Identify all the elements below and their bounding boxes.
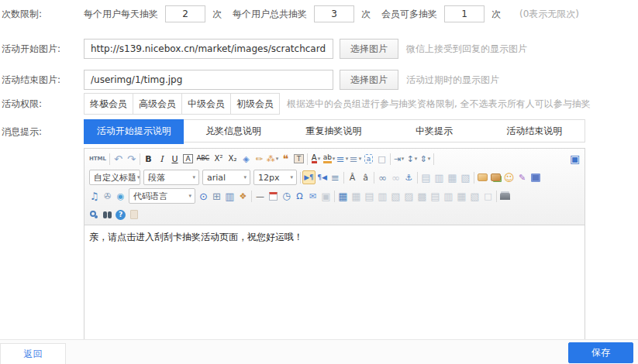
merge-right-icon[interactable]: ▧	[389, 189, 402, 203]
member-option-senior[interactable]: 高级会员	[133, 93, 182, 115]
font-color-icon[interactable]: A▾	[309, 152, 322, 166]
insert-date-icon[interactable]	[267, 189, 280, 203]
tab-repeat-draw[interactable]: 重复抽奖说明	[284, 120, 384, 142]
clear-doc-icon[interactable]: □	[375, 152, 388, 166]
start-image-input[interactable]	[84, 39, 333, 59]
help-icon[interactable]: ?	[114, 208, 127, 221]
rtl-paragraph-icon[interactable]: ¶◀	[316, 170, 329, 184]
source-code-button[interactable]: HTML	[88, 152, 108, 166]
emoticon-icon[interactable]: ☺	[502, 170, 516, 184]
underline-icon[interactable]: U	[168, 152, 181, 166]
insert-table-icon[interactable]: ▦	[336, 189, 350, 203]
uppercase-icon[interactable]: Â	[346, 170, 359, 184]
subscript-icon[interactable]: X₂	[226, 152, 240, 166]
line-spacing-icon[interactable]: ↕▾	[405, 152, 419, 166]
insert-time-icon[interactable]: ◷	[280, 189, 293, 203]
paste-plain-icon[interactable]: T	[292, 152, 305, 166]
italic-icon[interactable]: I	[155, 152, 168, 166]
unlink-icon[interactable]: ∞	[389, 170, 402, 184]
member-option-junior[interactable]: 初级会员	[230, 93, 280, 115]
columns-icon[interactable]: ▥	[223, 189, 236, 203]
image-align-center-icon-glyph: ▧	[460, 173, 470, 183]
insert-col-icon[interactable]: ▤	[429, 189, 442, 203]
custom-title-select[interactable]: 自定义标题▾	[89, 170, 140, 185]
auto-typeset-icon[interactable]: ⁂▾	[266, 152, 279, 166]
insert-image-icon[interactable]	[476, 170, 489, 184]
map-icon[interactable]: ◉	[114, 189, 127, 203]
insert-code-icon[interactable]: ⊙	[197, 189, 210, 203]
superscript-icon-glyph: X²	[212, 155, 226, 163]
tab-win-tip[interactable]: 中奖提示	[384, 120, 484, 142]
music-icon[interactable]: ♫	[88, 189, 101, 203]
print-icon[interactable]	[498, 189, 512, 203]
tab-activity-end[interactable]: 活动结束说明	[485, 120, 585, 142]
font-family-select[interactable]: arial▾	[202, 170, 250, 185]
page-break-icon[interactable]: □	[481, 189, 495, 203]
special-chars-icon[interactable]: Ω	[293, 189, 306, 203]
redo-icon[interactable]: ↷	[125, 152, 138, 166]
insert-video-icon[interactable]	[529, 170, 542, 184]
online-image-icon[interactable]	[489, 170, 502, 184]
attachment-icon[interactable]: ✇	[101, 189, 114, 203]
template-icon[interactable]: ▣	[319, 189, 333, 203]
ltr-paragraph-icon[interactable]: ▶¶	[302, 170, 316, 184]
back-button[interactable]: 返回	[0, 343, 66, 364]
undo-icon[interactable]: ↶	[112, 152, 125, 166]
total-input[interactable]	[314, 5, 354, 22]
char-border-icon[interactable]: A	[181, 152, 195, 166]
merge-down-icon[interactable]: ▨	[402, 189, 416, 203]
lowercase-icon[interactable]: â	[359, 170, 372, 184]
image-align-left-icon[interactable]: ▤	[419, 170, 433, 184]
superscript-icon[interactable]: X²	[212, 152, 226, 166]
tab-redeem-info[interactable]: 兑奖信息说明	[183, 120, 283, 142]
indent-icon[interactable]: ⇥▾	[392, 152, 405, 166]
strikethrough-icon[interactable]: ABC	[195, 152, 212, 166]
code-snippet-icon[interactable]: ⊞	[210, 189, 223, 203]
bookmark-anchor-icon[interactable]: ⚓	[402, 170, 416, 184]
format-painter-icon[interactable]: ✏	[253, 152, 266, 166]
paragraph-spacing-icon[interactable]: ⇕▾	[419, 152, 432, 166]
end-image-pick-button[interactable]: 选择图片	[340, 70, 398, 90]
search-replace-icon[interactable]	[101, 208, 114, 221]
save-button[interactable]: 保存	[568, 342, 633, 363]
scrawl-icon[interactable]: ✎	[516, 170, 529, 184]
tab-activity-start-tip[interactable]: 活动开始提示说明	[84, 119, 184, 144]
unordered-list-icon[interactable]: ≡▾	[349, 152, 362, 166]
end-image-input[interactable]	[84, 70, 333, 90]
horizontal-rule-icon[interactable]: —	[253, 189, 267, 203]
background-color-icon[interactable]: ❖	[236, 189, 250, 203]
preview-icon[interactable]	[88, 208, 101, 221]
start-image-pick-button[interactable]: 选择图片	[340, 39, 398, 59]
bold-icon[interactable]: B	[142, 152, 155, 166]
highlight-color-icon[interactable]: ab▾	[322, 152, 336, 166]
message-icon[interactable]: ✉	[306, 189, 319, 203]
link-icon[interactable]: ∞	[376, 170, 389, 184]
per-day-input[interactable]	[165, 5, 205, 22]
paste-icon[interactable]	[127, 208, 140, 221]
image-align-center-icon[interactable]: ▧	[459, 170, 472, 184]
merge-cells-icon-glyph: ▧	[470, 191, 479, 201]
delete-table-icon[interactable]: ▦	[350, 189, 363, 203]
member-option-ultimate[interactable]: 终极会员	[84, 93, 133, 115]
toolbar-separator	[300, 172, 301, 184]
remove-format-icon[interactable]: ◈	[240, 152, 253, 166]
delete-col-icon[interactable]: ▦	[455, 189, 468, 203]
member-extra-input[interactable]	[444, 5, 485, 22]
table-caption-icon[interactable]: ▤	[363, 189, 376, 203]
fullscreen-icon[interactable]: ▣	[568, 152, 581, 166]
merge-cells-icon[interactable]: ▧	[468, 189, 481, 203]
image-inline-icon[interactable]: ▥	[433, 170, 446, 184]
ordered-list-icon[interactable]: ≡▾	[336, 152, 349, 166]
editor-content-area[interactable]: 亲，请点击进入刮刮卡抽奖活动页面，祝您好运哦！	[84, 225, 585, 339]
paragraph-select[interactable]: 段落▾	[143, 170, 199, 185]
code-language-select[interactable]: 代码语言▾	[129, 188, 195, 204]
insert-row-icon[interactable]: ▩	[416, 189, 429, 203]
blockquote-icon[interactable]: ❝	[279, 152, 292, 166]
anchor-icon[interactable]: a	[362, 152, 375, 166]
first-line-indent-icon[interactable]: ≡	[329, 170, 342, 184]
delete-row-icon[interactable]: ▥	[442, 189, 455, 203]
font-size-select[interactable]: 12px▾	[253, 170, 297, 185]
member-option-middle[interactable]: 中级会员	[181, 93, 231, 115]
table-title-icon[interactable]: ▥	[376, 189, 389, 203]
image-align-right-icon[interactable]: ▦	[446, 170, 459, 184]
